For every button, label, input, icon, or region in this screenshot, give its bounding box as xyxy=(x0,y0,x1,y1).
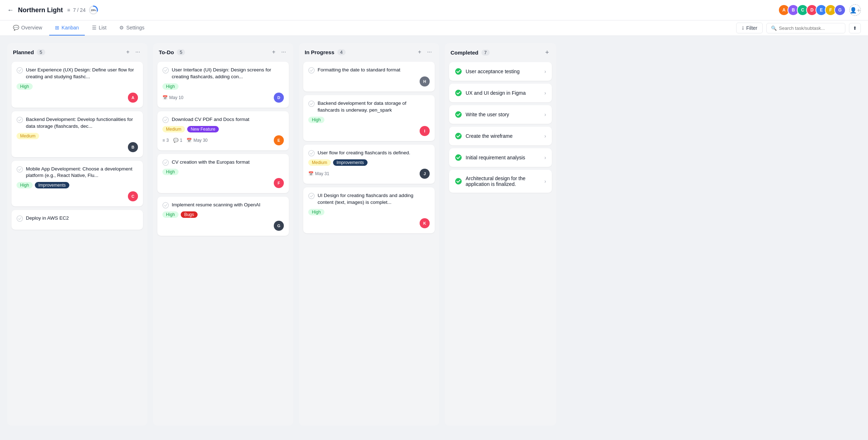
top-bar: ← Northern Light ≡ 7 / 24 29% A B C D E … xyxy=(0,0,868,20)
chevron-right-icon: › xyxy=(544,69,546,74)
svg-point-18 xyxy=(455,133,462,139)
filter-button[interactable]: ⫶ Filter xyxy=(736,23,763,33)
completed-item-label-c6: Architectural design for the application… xyxy=(466,175,541,187)
card-tags-t4: High Bugs xyxy=(162,211,284,218)
add-card-planned[interactable]: + xyxy=(125,48,131,56)
card-header: Deploy in AWS EC2 xyxy=(17,215,138,222)
card-footer-ip1: H xyxy=(308,76,430,86)
completed-card-c2[interactable]: UX and UI design in Figma › xyxy=(449,84,552,102)
more-planned[interactable]: ··· xyxy=(134,48,142,56)
card-header: Backend development for data storage of … xyxy=(308,100,430,114)
svg-point-3 xyxy=(17,67,23,73)
completed-card-c5[interactable]: Initial requirement analysis › xyxy=(449,148,552,167)
search-icon: 🔍 xyxy=(771,25,777,31)
date-meta: 📅 May 30 xyxy=(186,138,207,143)
column-header-planned: Planned 5 + ··· xyxy=(7,43,147,60)
completed-card-c6[interactable]: Architectural design for the application… xyxy=(449,170,552,193)
completed-card-c3[interactable]: Write the user story › xyxy=(449,105,552,124)
add-person-icon: 👤+ xyxy=(850,7,860,14)
tag-high: High xyxy=(308,117,324,123)
card-header: CV creation with the Europas format xyxy=(162,159,284,166)
subtasks-meta: ≡ 3 xyxy=(162,138,169,143)
card-p2[interactable]: Backend Development: Develop functionali… xyxy=(11,111,143,157)
tag-medium: Medium xyxy=(308,159,331,166)
comments-count: 1 xyxy=(180,138,183,143)
column-cards-todo: User Interface (UI) Design: Design scree… xyxy=(153,60,293,426)
avatar: G xyxy=(274,221,284,231)
tag-improvements: Improvements xyxy=(35,182,69,188)
calendar-icon: 📅 xyxy=(308,171,314,176)
column-header-completed: Completed 7 + xyxy=(445,43,556,61)
calendar-icon: 📅 xyxy=(162,95,168,100)
card-p4[interactable]: Deploy in AWS EC2 xyxy=(11,210,143,230)
column-completed: Completed 7 + User acceptance testing › xyxy=(445,43,556,426)
tab-overview[interactable]: 💬 Overview xyxy=(7,20,48,36)
chevron-right-icon: › xyxy=(544,178,546,184)
card-ip1[interactable]: Formatting the date to standard format H xyxy=(303,62,435,92)
column-cards-planned: User Experience (UX) Design: Define user… xyxy=(7,60,147,426)
card-footer-ip4: K xyxy=(308,218,430,228)
svg-text:29%: 29% xyxy=(91,9,96,11)
check-icon xyxy=(162,202,169,209)
card-t3[interactable]: CV creation with the Europas format High… xyxy=(157,154,289,193)
search-input[interactable] xyxy=(779,25,841,31)
card-meta-t1: 📅 May 10 xyxy=(162,95,183,100)
completed-card-c4[interactable]: Create the wireframe › xyxy=(449,127,552,145)
card-title-p1: User Experience (UX) Design: Define user… xyxy=(26,67,138,80)
card-t1[interactable]: User Interface (UI) Design: Design scree… xyxy=(157,62,289,108)
card-p1[interactable]: User Experience (UX) Design: Define user… xyxy=(11,62,143,108)
completed-card-c1[interactable]: User acceptance testing › xyxy=(449,62,552,81)
card-title-ip3: User flow for creating flashcards is def… xyxy=(318,150,410,156)
tag-high: High xyxy=(308,209,324,215)
card-header: Formatting the date to standard format xyxy=(308,67,430,74)
top-bar-right: A B C D E F G 👤+ xyxy=(778,4,861,16)
more-in-progress[interactable]: ··· xyxy=(426,48,433,56)
card-title-t4: Implement resume scanning with OpenAI xyxy=(172,202,260,209)
card-p3[interactable]: Mobile App Development: Choose a develop… xyxy=(11,161,143,207)
tab-settings[interactable]: ⚙ Settings xyxy=(114,20,150,36)
card-ip4[interactable]: UI Design for creating flashcards and ad… xyxy=(303,187,435,233)
column-title-completed: Completed xyxy=(451,50,479,56)
column-count-planned: 5 xyxy=(37,49,45,55)
column-count-completed: 7 xyxy=(481,50,490,56)
search-box: 🔍 xyxy=(766,23,845,33)
completed-cards: User acceptance testing › UX and UI desi… xyxy=(445,61,556,426)
add-card-completed[interactable]: + xyxy=(544,48,550,57)
column-planned: Planned 5 + ··· User Experience (UX) Des… xyxy=(7,43,147,426)
card-footer-p2: B xyxy=(17,142,138,152)
add-member-button[interactable]: 👤+ xyxy=(849,4,861,16)
export-button[interactable]: ⬆ xyxy=(849,23,861,33)
tab-list[interactable]: ☰ List xyxy=(86,20,112,36)
svg-point-4 xyxy=(17,117,23,123)
add-card-todo[interactable]: + xyxy=(271,48,277,56)
card-t4[interactable]: Implement resume scanning with OpenAI Hi… xyxy=(157,197,289,236)
task-count: ≡ 7 / 24 29% xyxy=(67,5,98,15)
column-count-todo: 5 xyxy=(177,49,185,55)
card-tags-t1: High xyxy=(162,83,284,90)
svg-point-8 xyxy=(163,117,168,123)
kanban-board: Planned 5 + ··· User Experience (UX) Des… xyxy=(0,36,868,433)
back-button[interactable]: ← xyxy=(7,6,14,14)
card-meta-ip3: 📅 May 31 xyxy=(308,171,329,176)
card-header: User flow for creating flashcards is def… xyxy=(308,150,430,156)
svg-point-17 xyxy=(455,111,462,118)
tag-medium: Medium xyxy=(17,133,39,139)
card-footer-t3: F xyxy=(162,178,284,188)
avatar: C xyxy=(128,191,138,201)
card-tags-ip2: High xyxy=(308,117,430,123)
chevron-right-icon: › xyxy=(544,155,546,160)
card-title-ip1: Formatting the date to standard format xyxy=(318,67,400,74)
project-title: Northern Light xyxy=(18,6,63,14)
avatar: A xyxy=(128,93,138,103)
tab-kanban[interactable]: ⊞ Kanban xyxy=(49,20,84,36)
card-t2[interactable]: Download CV PDF and Docs format Medium N… xyxy=(157,111,289,150)
card-tags-t2: Medium New Feature xyxy=(162,126,284,132)
list-icon: ☰ xyxy=(92,25,97,31)
add-card-in-progress[interactable]: + xyxy=(416,48,423,56)
comments-icon: 💬 xyxy=(173,138,179,143)
card-ip2[interactable]: Backend development for data storage of … xyxy=(303,95,435,141)
card-ip3[interactable]: User flow for creating flashcards is def… xyxy=(303,145,435,184)
more-todo[interactable]: ··· xyxy=(280,48,287,56)
completed-item-label-c3: Write the user story xyxy=(466,112,541,117)
card-footer-t2: ≡ 3 💬 1 📅 May 30 E xyxy=(162,135,284,145)
